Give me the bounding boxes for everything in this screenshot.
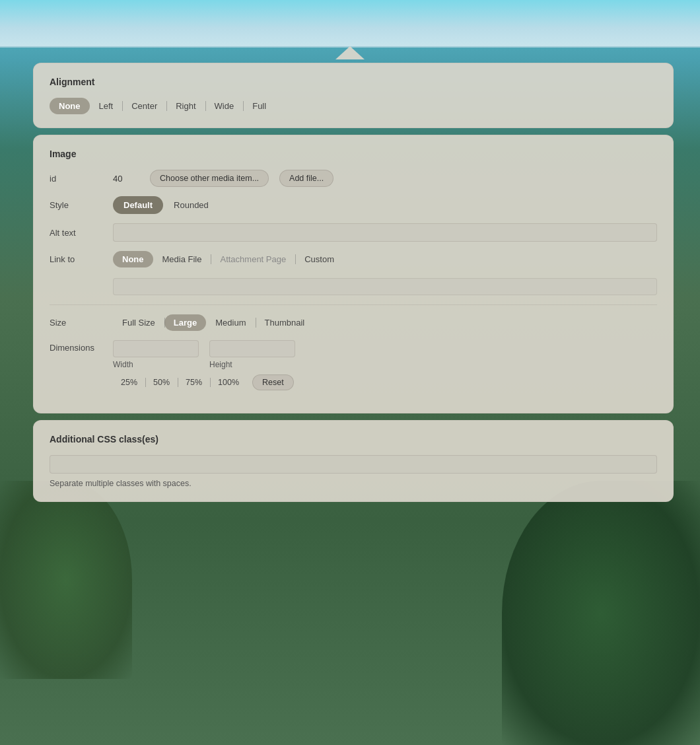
css-hint: Separate multiple classes with spaces.	[50, 479, 657, 488]
width-label: Width	[113, 360, 199, 369]
alignment-button-group: None Left Center Right Wide Full	[50, 98, 657, 114]
image-card: Image id 40 Choose other media item... A…	[33, 135, 674, 413]
id-label: id	[50, 174, 102, 184]
alt-text-input[interactable]	[113, 223, 657, 242]
link-to-section: Link to None Media File Attachment Page …	[50, 251, 657, 295]
link-media-file-button[interactable]: Media File	[153, 251, 211, 267]
panel-container: Alignment None Left Center Right Wide Fu…	[33, 63, 674, 502]
height-label: Height	[209, 360, 295, 369]
pct-75-button[interactable]: 75%	[178, 375, 210, 390]
style-label: Style	[50, 200, 102, 210]
alt-text-row: Alt text	[50, 223, 657, 242]
style-row: Style Default Rounded	[50, 196, 657, 214]
link-custom-button[interactable]: Custom	[295, 251, 343, 267]
height-group: Height	[209, 340, 295, 369]
link-button-group: None Media File Attachment Page Custom	[113, 251, 343, 267]
top-bar	[0, 0, 700, 48]
width-group: Width	[113, 340, 199, 369]
link-none-button[interactable]: None	[113, 251, 153, 267]
link-to-label: Link to	[50, 254, 102, 264]
css-input[interactable]	[50, 455, 657, 474]
size-full-button[interactable]: Full Size	[113, 314, 164, 331]
alignment-none-button[interactable]: None	[50, 98, 90, 114]
bg-leaf2	[0, 481, 132, 679]
size-label: Size	[50, 318, 102, 328]
alignment-right-button[interactable]: Right	[166, 98, 205, 114]
panel-pointer	[335, 46, 365, 59]
size-large-button[interactable]: Large	[164, 314, 206, 331]
dim-inputs-row: Width Height	[113, 340, 295, 369]
width-input[interactable]	[113, 340, 199, 357]
alignment-title: Alignment	[50, 77, 657, 87]
dimensions-row: Dimensions Width Height 25% 50% 75%	[50, 340, 657, 390]
style-default-button[interactable]: Default	[113, 196, 163, 214]
id-value: 40	[113, 174, 139, 184]
divider1	[50, 304, 657, 305]
id-row: id 40 Choose other media item... Add fil…	[50, 170, 657, 187]
add-file-button[interactable]: Add file...	[279, 170, 333, 187]
size-thumbnail-button[interactable]: Thumbnail	[256, 314, 314, 331]
size-medium-button[interactable]: Medium	[206, 314, 255, 331]
image-title: Image	[50, 149, 657, 159]
height-input[interactable]	[209, 340, 295, 357]
css-title: Additional CSS class(es)	[50, 434, 657, 444]
dimensions-label: Dimensions	[50, 343, 102, 353]
dimensions-inputs: Width Height 25% 50% 75% 100% Reset	[113, 340, 295, 390]
alignment-center-button[interactable]: Center	[122, 98, 166, 114]
bg-leaf1	[502, 481, 700, 745]
style-rounded-button[interactable]: Rounded	[163, 196, 219, 214]
pct-100-button[interactable]: 100%	[210, 375, 247, 390]
pct-25-button[interactable]: 25%	[113, 375, 145, 390]
percent-row: 25% 50% 75% 100% Reset	[113, 374, 295, 390]
style-button-group: Default Rounded	[113, 196, 219, 214]
alignment-wide-button[interactable]: Wide	[205, 98, 244, 114]
link-attachment-page-button[interactable]: Attachment Page	[211, 251, 295, 267]
pct-50-button[interactable]: 50%	[145, 375, 178, 390]
alignment-full-button[interactable]: Full	[243, 98, 275, 114]
reset-button[interactable]: Reset	[252, 374, 294, 390]
choose-media-button[interactable]: Choose other media item...	[150, 170, 269, 187]
size-button-group: Full Size Large Medium Thumbnail	[113, 314, 314, 331]
css-card: Additional CSS class(es) Separate multip…	[33, 420, 674, 502]
alignment-left-button[interactable]: Left	[90, 98, 123, 114]
link-url-input[interactable]	[113, 278, 657, 295]
alt-text-label: Alt text	[50, 228, 102, 238]
size-row: Size Full Size Large Medium Thumbnail	[50, 314, 657, 331]
alignment-card: Alignment None Left Center Right Wide Fu…	[33, 63, 674, 128]
